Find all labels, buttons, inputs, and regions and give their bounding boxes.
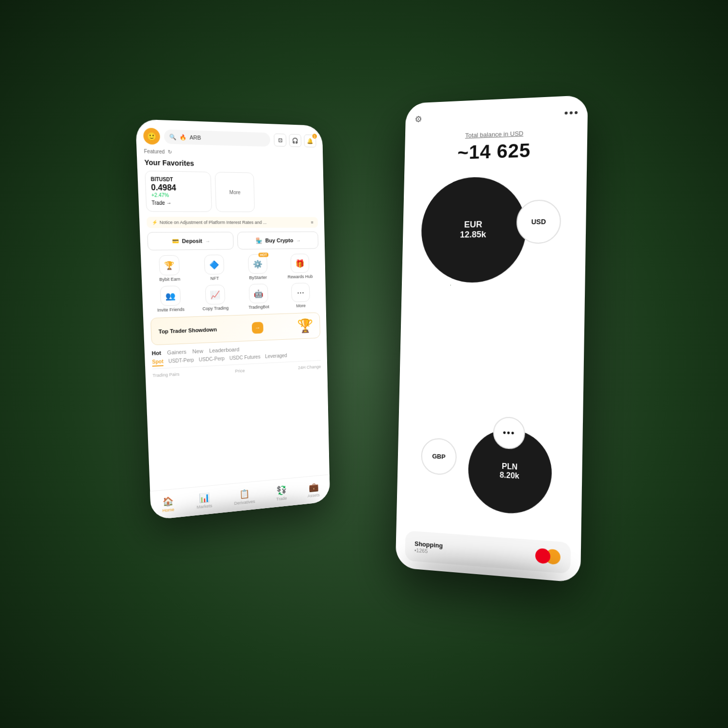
search-icon: 🔍: [169, 133, 176, 140]
bubble-chart: EUR 12.85k PLN 8.20k USD GBP •••: [406, 170, 577, 532]
bell-icon: 🔔: [307, 138, 314, 144]
trade-icon: 💱: [276, 484, 286, 496]
banner-text: Top Trader Showdown: [158, 326, 216, 334]
featured-label: Featured: [144, 149, 165, 155]
subtab-usdt-perp[interactable]: USDT-Perp: [168, 357, 194, 366]
subtab-usdc-perp[interactable]: USDC-Perp: [199, 356, 225, 364]
bybit-earn-label: Bybit Earn: [159, 277, 181, 282]
invite-label: Invite Friends: [157, 307, 185, 313]
bybit-earn-icon: 🏆: [159, 255, 180, 276]
home-icon: 🏠: [162, 496, 173, 507]
deposit-button[interactable]: 💳 Deposit →: [147, 232, 234, 250]
icon-rewards[interactable]: 🎁 Rewards Hub: [281, 253, 319, 280]
markets-label: Markets: [197, 503, 212, 510]
bystarter-icon: ⚙️ HOT: [248, 254, 267, 274]
invite-icon: 👥: [160, 285, 181, 306]
left-phone: 🙂 🔍 🔥 ARB ⊡ 🎧 🔔 1: [135, 119, 330, 520]
fav-change: +2.47%: [151, 192, 206, 199]
pln-label: PLN: [502, 462, 518, 472]
headset-button[interactable]: 🎧: [289, 134, 301, 147]
nft-label: NFT: [210, 276, 219, 281]
more-label: More: [296, 303, 306, 308]
markets-icon: 📊: [199, 492, 210, 504]
filter-icon[interactable]: ⚙: [414, 114, 422, 125]
nav-derivatives[interactable]: 📋 Derivatives: [233, 488, 255, 506]
icon-nft[interactable]: 🔷 NFT: [194, 254, 235, 281]
rewards-label: Rewards Hub: [287, 274, 313, 280]
assets-label: Assets: [308, 492, 320, 498]
nav-home[interactable]: 🏠 Home: [162, 496, 174, 513]
gbp-label: GBP: [432, 452, 446, 460]
buy-crypto-button[interactable]: 🏪 Buy Crypto →: [237, 232, 318, 249]
bubble-eur[interactable]: EUR 12.85k: [420, 176, 527, 282]
icon-bystarter[interactable]: ⚙️ HOT ByStarter: [238, 254, 278, 280]
deposit-icon: 💳: [172, 238, 179, 245]
menu-icon: ≡: [311, 220, 313, 225]
avatar[interactable]: 🙂: [143, 128, 161, 145]
deposit-arrow: →: [205, 238, 211, 244]
fav-more-card[interactable]: More: [215, 172, 255, 212]
icon-tradingbot[interactable]: 🤖 TradingBot: [239, 283, 279, 310]
icon-more[interactable]: ⋯ More: [281, 282, 320, 309]
icon-copy-trading[interactable]: 📈 Copy Trading: [195, 284, 235, 312]
fire-icon: 🔥: [180, 134, 187, 141]
more-icon: ⋯: [291, 282, 310, 302]
fav-trade[interactable]: Trade →: [151, 200, 206, 206]
right-phone-header: ⚙: [414, 107, 578, 125]
notice-text: Notice on Adjustment of Platform Interes…: [160, 220, 267, 225]
hot-badge: HOT: [259, 252, 269, 257]
col-pairs: Trading Pairs: [152, 372, 180, 378]
mastercard-logo: [535, 548, 561, 565]
tab-hot[interactable]: Hot: [151, 350, 161, 356]
deposit-label: Deposit: [182, 238, 202, 244]
refresh-icon[interactable]: ↻: [167, 149, 172, 155]
bubble-usd[interactable]: USD: [516, 199, 561, 244]
subtab-leveraged[interactable]: Leveraged: [265, 353, 287, 361]
dot-3: [575, 111, 578, 114]
home-label: Home: [162, 507, 174, 513]
icon-invite[interactable]: 👥 Invite Friends: [149, 285, 191, 313]
search-text: ARB: [189, 134, 201, 141]
notification-button[interactable]: 🔔 1: [304, 134, 316, 148]
headset-icon: 🎧: [292, 137, 298, 144]
fav-ticker: BITUSDT: [150, 176, 205, 182]
nav-markets[interactable]: 📊 Markets: [196, 492, 212, 509]
col-change: 24H Change: [298, 364, 321, 370]
right-phone: ⚙ Total balance in USD ~14 625 EUR 12.85…: [396, 95, 588, 583]
featured-row: Featured ↻: [144, 149, 316, 158]
search-bar[interactable]: 🔍 🔥 ARB: [164, 130, 270, 147]
balance-amount: ~14 625: [414, 138, 577, 165]
bubble-gbp[interactable]: GBP: [421, 438, 457, 476]
tradingbot-icon: 🤖: [249, 283, 268, 303]
tradingbot-label: TradingBot: [248, 304, 269, 310]
eur-value: 12.85k: [460, 230, 486, 240]
card-info: Shopping •1265: [414, 540, 443, 555]
tab-gainers[interactable]: Gainers: [167, 349, 186, 356]
buy-arrow: →: [296, 238, 301, 243]
col-price: Price: [235, 368, 245, 374]
trade-label: Trade: [276, 496, 287, 501]
notice-bar: ⚡ Notice on Adjustment of Platform Inter…: [147, 217, 318, 228]
trader-showdown-banner[interactable]: Top Trader Showdown → 🏆: [150, 312, 320, 345]
copy-trading-label: Copy Trading: [202, 306, 229, 312]
notification-badge: 1: [312, 133, 317, 138]
fav-card-bitusdt[interactable]: BITUSDT 0.4984 +2.47% Trade →: [145, 171, 212, 212]
nav-assets[interactable]: 💼 Assets: [307, 481, 320, 498]
nav-trade[interactable]: 💱 Trade: [276, 484, 287, 501]
icon-bybit-earn[interactable]: 🏆 Bybit Earn: [148, 255, 191, 282]
more-dots-label: •••: [503, 428, 515, 438]
favorites-title: Your Favorites: [144, 158, 316, 170]
scan-button[interactable]: ⊡: [274, 133, 286, 147]
subtab-spot[interactable]: Spot: [152, 359, 164, 366]
tab-new[interactable]: New: [192, 348, 203, 354]
buy-icon: 🏪: [256, 237, 263, 244]
dots-menu[interactable]: [564, 111, 578, 115]
favorites-row: BITUSDT 0.4984 +2.47% Trade → More: [145, 171, 317, 213]
bystarter-label: ByStarter: [249, 275, 267, 280]
fav-price: 0.4984: [151, 183, 206, 193]
subtab-usdc-futures[interactable]: USDC Futures: [229, 354, 260, 363]
buy-label: Buy Crypto: [265, 237, 294, 243]
dot-2: [570, 111, 573, 114]
tab-leaderboard[interactable]: Leaderboard: [209, 347, 240, 354]
rewards-icon: 🎁: [290, 254, 309, 273]
